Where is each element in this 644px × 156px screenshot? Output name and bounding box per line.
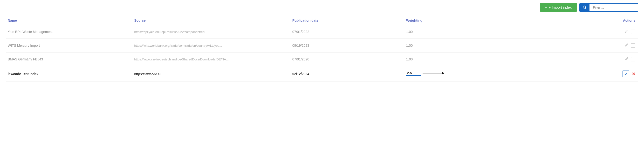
col-header-source: Source <box>132 16 290 25</box>
svg-line-1 <box>586 8 586 9</box>
cell-name: lawcode Test Index <box>6 66 132 82</box>
cell-weighting: 1.00 <box>404 52 544 66</box>
import-button-label: + Import index <box>549 5 572 9</box>
filter-wrapper <box>579 3 638 12</box>
plus-icon: + <box>545 5 547 9</box>
page-wrapper: + + Import index Name Source Publication… <box>0 0 644 156</box>
actions-container <box>545 57 635 62</box>
cell-date: 09/19/2023 <box>290 39 404 52</box>
close-icon: ✕ <box>632 72 635 77</box>
weighting-edit-wrapper <box>406 71 444 76</box>
edit-icon[interactable] <box>625 43 628 48</box>
cell-date: 07/01/2020 <box>290 52 404 66</box>
cell-source: https://lawcode.eu <box>132 66 290 82</box>
check-icon <box>624 72 628 76</box>
cell-name: WITS Mercury Import <box>6 39 132 52</box>
filter-search-button[interactable] <box>580 3 590 11</box>
cell-name: BMAS Germany FB543 <box>6 52 132 66</box>
col-header-actions: Actions <box>544 16 638 25</box>
cell-actions <box>544 52 638 66</box>
actions-container <box>545 29 635 34</box>
cell-actions <box>544 25 638 39</box>
edit-icon[interactable] <box>625 57 628 62</box>
weighting-input[interactable] <box>406 71 421 76</box>
table-row: Yale EPI: Waste Managementhttps://epi.ya… <box>6 25 638 39</box>
col-header-date: Publication date <box>290 16 404 25</box>
cell-actions <box>544 39 638 52</box>
arrow-shaft <box>422 73 442 73</box>
import-index-button[interactable]: + + Import index <box>540 3 577 12</box>
cell-source: https://epi.yale.edu/epi-results/2022/co… <box>132 25 290 39</box>
row-checkbox[interactable] <box>631 43 635 48</box>
cell-date: 07/01/2022 <box>290 25 404 39</box>
arrowhead-icon <box>442 72 444 75</box>
cell-weighting <box>404 66 544 80</box>
row-checkbox[interactable] <box>631 57 635 61</box>
cell-source: https://www.csr-in-deutschland.de/Shared… <box>132 52 290 66</box>
table-header-row: Name Source Publication date Weighting A… <box>6 16 638 25</box>
arrow-line <box>422 72 444 75</box>
cell-date: 02/12/2024 <box>290 66 404 82</box>
index-table: Name Source Publication date Weighting A… <box>6 16 638 82</box>
toolbar: + + Import index <box>6 3 638 12</box>
table-row: lawcode Test Indexhttps://lawcode.eu02/1… <box>6 66 638 82</box>
col-header-name: Name <box>6 16 132 25</box>
cell-source: https://wits.worldbank.org/trade/comtrad… <box>132 39 290 52</box>
cancel-button[interactable]: ✕ <box>632 71 635 76</box>
actions-container <box>545 43 635 48</box>
actions-container: ✕ <box>545 71 635 77</box>
table-row: WITS Mercury Importhttps://wits.worldban… <box>6 39 638 52</box>
cell-name: Yale EPI: Waste Management <box>6 25 132 39</box>
confirm-button[interactable] <box>622 71 629 77</box>
table-row: BMAS Germany FB543https://www.csr-in-deu… <box>6 52 638 66</box>
cell-weighting: 1.00 <box>404 39 544 52</box>
cell-weighting: 1.00 <box>404 25 544 39</box>
edit-icon[interactable] <box>625 29 628 34</box>
search-icon <box>583 5 586 9</box>
cell-actions: ✕ <box>544 66 638 82</box>
row-checkbox[interactable] <box>631 30 635 34</box>
col-header-weighting: Weighting <box>404 16 544 25</box>
filter-input[interactable] <box>590 3 638 11</box>
